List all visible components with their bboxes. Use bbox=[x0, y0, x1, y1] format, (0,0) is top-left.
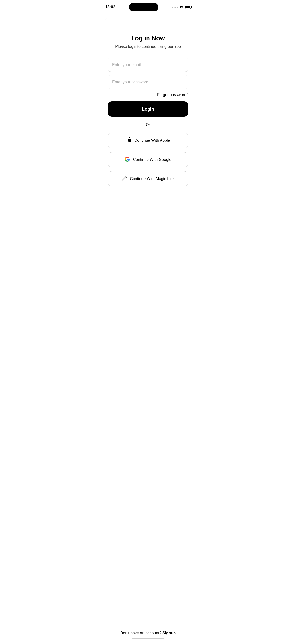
title-section: Log in Now Please login to continue usin… bbox=[107, 34, 189, 49]
svg-point-2 bbox=[126, 176, 126, 177]
signal-icon bbox=[172, 7, 178, 8]
status-icons bbox=[172, 5, 191, 9]
divider-line-left bbox=[107, 125, 142, 125]
main-content: Log in Now Please login to continue usin… bbox=[100, 24, 196, 186]
status-time: 13:02 bbox=[105, 5, 115, 10]
magic-link-label: Continue With Magic Link bbox=[130, 176, 174, 181]
battery-icon bbox=[185, 6, 191, 9]
wifi-icon bbox=[179, 5, 183, 9]
apple-login-button[interactable]: Continue With Apple bbox=[107, 133, 189, 148]
svg-point-3 bbox=[126, 177, 127, 178]
apple-icon bbox=[126, 137, 132, 144]
divider-label: Or bbox=[146, 122, 150, 127]
email-input[interactable] bbox=[107, 58, 189, 72]
google-login-button[interactable]: Continue With Google bbox=[107, 152, 189, 167]
apple-login-label: Continue With Apple bbox=[134, 138, 170, 143]
back-button[interactable]: ‹ bbox=[100, 13, 196, 24]
google-icon bbox=[125, 156, 130, 163]
magic-link-button[interactable]: Continue With Magic Link bbox=[107, 171, 189, 186]
login-button[interactable]: Login bbox=[107, 102, 189, 117]
password-input[interactable] bbox=[107, 75, 189, 89]
page-subtitle: Please login to continue using our app bbox=[107, 44, 189, 49]
social-buttons: Continue With Apple Continue With Google bbox=[107, 133, 189, 186]
page-title: Log in Now bbox=[107, 34, 189, 42]
dynamic-island bbox=[129, 3, 158, 11]
forgot-password-link[interactable]: Forgot password? bbox=[157, 92, 189, 97]
back-chevron-icon: ‹ bbox=[105, 16, 107, 22]
google-login-label: Continue With Google bbox=[133, 158, 172, 162]
svg-line-0 bbox=[122, 177, 125, 180]
input-group bbox=[107, 58, 189, 89]
divider: Or bbox=[107, 122, 189, 127]
divider-line-right bbox=[154, 125, 189, 125]
magic-wand-icon bbox=[121, 176, 127, 182]
status-bar: 13:02 bbox=[100, 0, 196, 13]
forgot-password-section: Forgot password? bbox=[107, 92, 189, 97]
svg-point-4 bbox=[125, 176, 125, 176]
